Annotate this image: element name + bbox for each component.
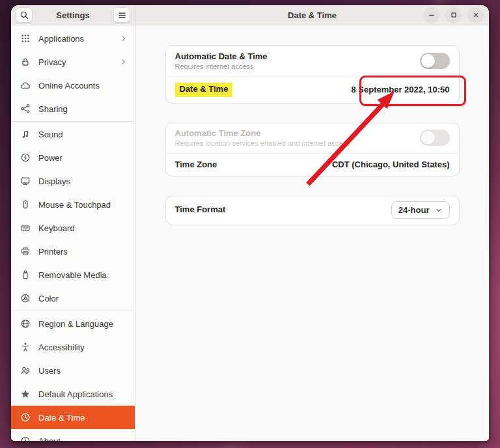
sidebar-item-color[interactable]: Color [11, 287, 135, 310]
automatic-datetime-title: Automatic Date & Time [175, 51, 268, 62]
sidebar-item-label: Sharing [38, 104, 128, 114]
sidebar-item-removable-media[interactable]: Removable Media [11, 263, 135, 287]
sidebar-item-mouse-touchpad[interactable]: Mouse & Touchpad [11, 193, 135, 216]
timezone-label: Time Zone [175, 160, 217, 170]
sidebar-item-users[interactable]: Users [11, 359, 135, 382]
color-wheel-icon [20, 293, 31, 303]
sidebar-item-printers[interactable]: Printers [11, 240, 135, 263]
sidebar-item-default-applications[interactable]: Default Applications [11, 382, 135, 406]
sidebar: Settings Applications Privacy Online Acc… [11, 5, 135, 441]
time-format-value: 24-hour [398, 205, 430, 215]
cloud-icon [20, 80, 31, 91]
sidebar-item-label: Applications [38, 34, 111, 44]
sidebar-item-about[interactable]: About [11, 429, 135, 441]
sidebar-item-label: Mouse & Touchpad [38, 200, 128, 210]
datetime-row[interactable]: Date & Time 8 September 2022, 10:50 [166, 76, 459, 102]
close-icon [471, 10, 480, 20]
removable-media-icon [20, 270, 31, 280]
timezone-value: CDT (Chicago, United States) [332, 160, 450, 169]
hamburger-menu-icon [117, 10, 127, 20]
datetime-card: Automatic Date & Time Requires internet … [165, 45, 460, 104]
window-controls [423, 5, 484, 25]
minimize-icon [427, 10, 436, 20]
sidebar-separator [11, 121, 135, 122]
sidebar-item-label: Users [38, 366, 128, 376]
toggle-knob [421, 54, 435, 68]
sidebar-item-sharing[interactable]: Sharing [11, 97, 135, 120]
timezone-card: Automatic Time Zone Requires location se… [165, 122, 460, 177]
sidebar-item-region-language[interactable]: Region & Language [11, 312, 135, 335]
time-format-card: Time Format 24-hour [165, 195, 460, 225]
star-icon [20, 389, 31, 399]
automatic-timezone-row: Automatic Time Zone Requires location se… [166, 122, 459, 153]
sidebar-item-label: Keyboard [38, 223, 128, 233]
timezone-row[interactable]: Time Zone CDT (Chicago, United States) [166, 153, 459, 176]
sidebar-item-label: Sound [38, 130, 128, 139]
sidebar-item-date-time[interactable]: Date & Time [11, 406, 135, 429]
datetime-label-highlighted: Date & Time [175, 83, 233, 96]
globe-icon [20, 318, 31, 329]
sidebar-item-privacy[interactable]: Privacy [11, 50, 135, 74]
time-format-dropdown[interactable]: 24-hour [391, 201, 450, 219]
sidebar-item-keyboard[interactable]: Keyboard [11, 216, 135, 240]
sidebar-item-label: Privacy [38, 57, 111, 67]
sidebar-item-displays[interactable]: Displays [11, 169, 135, 193]
datetime-value: 8 September 2022, 10:50 [351, 85, 449, 94]
chevron-down-icon [435, 206, 443, 214]
date-time-panel: Automatic Date & Time Requires internet … [135, 25, 489, 441]
time-format-row: Time Format 24-hour [166, 195, 459, 225]
printer-icon [20, 246, 31, 257]
sidebar-item-online-accounts[interactable]: Online Accounts [11, 74, 135, 97]
sidebar-item-label: Date & Time [38, 413, 128, 423]
settings-window: Settings Applications Privacy Online Acc… [11, 5, 489, 441]
accessibility-icon [20, 342, 31, 352]
share-icon [20, 104, 31, 114]
info-icon [20, 436, 31, 441]
sidebar-item-label: Region & Language [38, 319, 128, 329]
sidebar-list: Applications Privacy Online Accounts Sha… [11, 25, 135, 441]
sidebar-item-applications[interactable]: Applications [11, 27, 135, 50]
minimize-button[interactable] [423, 7, 439, 23]
music-note-icon [20, 129, 31, 139]
sidebar-item-label: Online Accounts [38, 81, 128, 91]
page-title: Date & Time [288, 10, 337, 20]
mouse-icon [20, 199, 31, 210]
search-button[interactable] [16, 7, 33, 23]
sidebar-item-label: Removable Media [38, 270, 128, 280]
power-icon [20, 152, 31, 163]
chevron-right-icon [119, 34, 128, 43]
sidebar-separator [11, 311, 135, 311]
content-pane: Date & Time [135, 5, 489, 441]
close-button[interactable] [467, 7, 484, 23]
app-title: Settings [36, 10, 109, 20]
sidebar-headerbar: Settings [11, 5, 135, 25]
sidebar-item-label: Accessibility [38, 343, 128, 352]
chevron-right-icon [119, 57, 128, 66]
automatic-timezone-toggle [420, 130, 450, 146]
sidebar-item-label: Default Applications [38, 389, 128, 399]
primary-menu-button[interactable] [113, 7, 130, 23]
sidebar-item-label: Color [38, 294, 128, 303]
users-icon [20, 365, 31, 376]
automatic-datetime-subtitle: Requires internet access [175, 63, 268, 70]
main-headerbar: Date & Time [135, 5, 489, 25]
sidebar-item-accessibility[interactable]: Accessibility [11, 335, 135, 359]
automatic-timezone-title: Automatic Time Zone [175, 128, 350, 139]
sidebar-item-label: Displays [38, 176, 128, 186]
app-grid-icon [20, 33, 31, 44]
toggle-knob [421, 131, 435, 145]
maximize-button[interactable] [445, 7, 462, 23]
sidebar-item-label: Power [38, 153, 128, 163]
automatic-datetime-toggle[interactable] [420, 53, 450, 69]
search-icon [20, 10, 29, 20]
keyboard-icon [20, 223, 31, 233]
sidebar-item-label: About [38, 436, 128, 441]
clock-icon [20, 412, 31, 423]
automatic-datetime-row: Automatic Date & Time Requires internet … [166, 46, 459, 76]
sidebar-item-sound[interactable]: Sound [11, 122, 135, 146]
lock-icon [20, 57, 31, 67]
sidebar-item-power[interactable]: Power [11, 146, 135, 169]
display-icon [20, 176, 31, 186]
time-format-label: Time Format [175, 204, 226, 215]
sidebar-item-label: Printers [38, 247, 128, 257]
